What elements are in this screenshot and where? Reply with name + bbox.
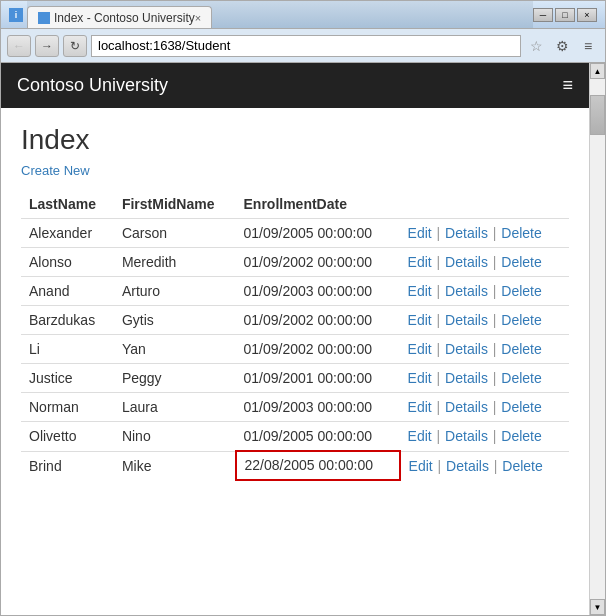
sep1: | [434, 458, 445, 474]
sep2: | [489, 428, 500, 444]
details-link[interactable]: Details [445, 225, 488, 241]
back-button[interactable]: ← [7, 35, 31, 57]
sep1: | [433, 428, 444, 444]
forward-button[interactable]: → [35, 35, 59, 57]
cell-actions: Edit | Details | Delete [400, 393, 569, 422]
navbar: Contoso University ≡ [1, 63, 589, 108]
delete-link[interactable]: Delete [501, 428, 541, 444]
cell-enrollmentdate: 01/09/2003 00:00:00 [236, 277, 400, 306]
cell-firstname: Carson [114, 219, 236, 248]
cell-actions: Edit | Details | Delete [400, 277, 569, 306]
tab-title: Index - Contoso University [54, 11, 195, 25]
cell-lastname: Anand [21, 277, 114, 306]
edit-link[interactable]: Edit [408, 341, 432, 357]
edit-link[interactable]: Edit [408, 370, 432, 386]
navbar-brand: Contoso University [17, 75, 168, 96]
scrollbar-down[interactable]: ▼ [590, 599, 605, 615]
title-bar: i Index - Contoso University × ─ □ × [1, 1, 605, 29]
refresh-button[interactable]: ↻ [63, 35, 87, 57]
table-row: AlonsoMeredith01/09/2002 00:00:00Edit | … [21, 248, 569, 277]
delete-link[interactable]: Delete [502, 458, 542, 474]
sep1: | [433, 254, 444, 270]
details-link[interactable]: Details [445, 341, 488, 357]
sep2: | [489, 341, 500, 357]
create-new-link[interactable]: Create New [21, 163, 90, 178]
table-row: AlexanderCarson01/09/2005 00:00:00Edit |… [21, 219, 569, 248]
details-link[interactable]: Details [445, 428, 488, 444]
sep1: | [433, 283, 444, 299]
scrollbar-thumb[interactable] [590, 95, 605, 135]
delete-link[interactable]: Delete [501, 225, 541, 241]
cell-actions: Edit | Details | Delete [400, 451, 569, 480]
cell-lastname: Alexander [21, 219, 114, 248]
maximize-button[interactable]: □ [555, 8, 575, 22]
cell-firstname: Mike [114, 451, 236, 480]
cell-firstname: Meredith [114, 248, 236, 277]
details-link[interactable]: Details [445, 254, 488, 270]
sep2: | [489, 370, 500, 386]
col-header-actions [400, 190, 569, 219]
cell-enrollmentdate: 01/09/2002 00:00:00 [236, 306, 400, 335]
scrollbar[interactable]: ▲ ▼ [589, 63, 605, 615]
edit-link[interactable]: Edit [408, 225, 432, 241]
cell-actions: Edit | Details | Delete [400, 306, 569, 335]
cell-enrollmentdate: 01/09/2002 00:00:00 [236, 248, 400, 277]
page-content: Contoso University ≡ Index Create New La… [1, 63, 589, 615]
settings-icon[interactable]: ⚙ [551, 35, 573, 57]
sep1: | [433, 312, 444, 328]
details-link[interactable]: Details [445, 370, 488, 386]
cell-lastname: Olivetto [21, 422, 114, 452]
sep2: | [489, 254, 500, 270]
details-link[interactable]: Details [445, 312, 488, 328]
cell-enrollmentdate: 01/09/2001 00:00:00 [236, 364, 400, 393]
favorites-icon[interactable]: ☆ [525, 35, 547, 57]
cell-actions: Edit | Details | Delete [400, 335, 569, 364]
delete-link[interactable]: Delete [501, 283, 541, 299]
details-link[interactable]: Details [445, 399, 488, 415]
students-table: LastName FirstMidName EnrollmentDate Ale… [21, 190, 569, 481]
content-area: Contoso University ≡ Index Create New La… [1, 63, 605, 615]
tab-close-button[interactable]: × [195, 12, 201, 24]
delete-link[interactable]: Delete [501, 254, 541, 270]
hamburger-icon[interactable]: ≡ [562, 75, 573, 96]
cell-firstname: Gytis [114, 306, 236, 335]
table-row: BarzdukasGytis01/09/2002 00:00:00Edit | … [21, 306, 569, 335]
edit-link[interactable]: Edit [408, 399, 432, 415]
col-header-firstmidname: FirstMidName [114, 190, 236, 219]
details-link[interactable]: Details [446, 458, 489, 474]
sep2: | [489, 283, 500, 299]
edit-link[interactable]: Edit [408, 312, 432, 328]
details-link[interactable]: Details [445, 283, 488, 299]
col-header-lastname: LastName [21, 190, 114, 219]
delete-link[interactable]: Delete [501, 341, 541, 357]
cell-enrollmentdate: 01/09/2005 00:00:00 [236, 422, 400, 452]
cell-firstname: Peggy [114, 364, 236, 393]
table-row: BrindMike22/08/2005 00:00:00Edit | Detai… [21, 451, 569, 480]
browser-tab[interactable]: Index - Contoso University × [27, 6, 212, 28]
cell-actions: Edit | Details | Delete [400, 364, 569, 393]
cell-lastname: Alonso [21, 248, 114, 277]
edit-link[interactable]: Edit [409, 458, 433, 474]
edit-link[interactable]: Edit [408, 254, 432, 270]
tab-favicon [38, 12, 50, 24]
cell-enrollmentdate: 01/09/2003 00:00:00 [236, 393, 400, 422]
menu-icon[interactable]: ≡ [577, 35, 599, 57]
sep1: | [433, 399, 444, 415]
edit-link[interactable]: Edit [408, 283, 432, 299]
col-header-enrollmentdate: EnrollmentDate [236, 190, 400, 219]
edit-link[interactable]: Edit [408, 428, 432, 444]
cell-lastname: Brind [21, 451, 114, 480]
cell-enrollmentdate: 01/09/2005 00:00:00 [236, 219, 400, 248]
delete-link[interactable]: Delete [501, 399, 541, 415]
delete-link[interactable]: Delete [501, 370, 541, 386]
page-title: Index [21, 124, 569, 156]
close-button[interactable]: × [577, 8, 597, 22]
scrollbar-up[interactable]: ▲ [590, 63, 605, 79]
delete-link[interactable]: Delete [501, 312, 541, 328]
cell-enrollmentdate: 01/09/2002 00:00:00 [236, 335, 400, 364]
sep1: | [433, 341, 444, 357]
minimize-button[interactable]: ─ [533, 8, 553, 22]
cell-actions: Edit | Details | Delete [400, 219, 569, 248]
address-input[interactable] [91, 35, 521, 57]
table-row: OlivettoNino01/09/2005 00:00:00Edit | De… [21, 422, 569, 452]
